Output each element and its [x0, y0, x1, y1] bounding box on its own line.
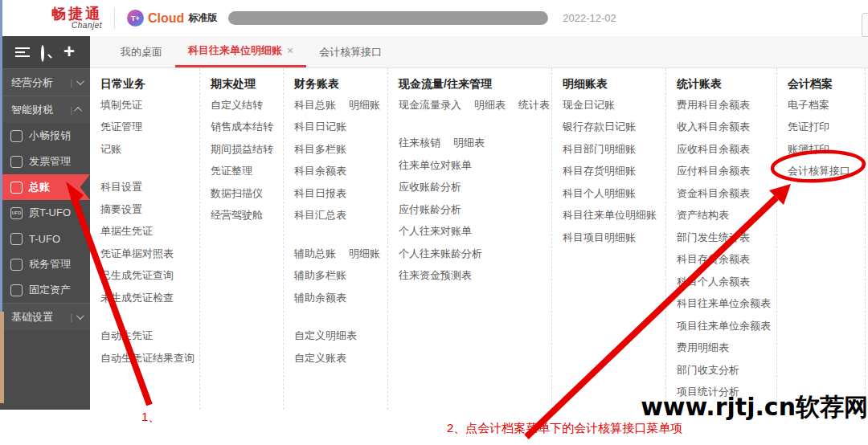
menu-item-现金流量录入[interactable]: 现金流量录入 — [399, 98, 461, 112]
menu-item-科目多栏账[interactable]: 科目多栏账 — [294, 142, 346, 157]
sidebar-item-固定资产[interactable]: 固定资产 — [0, 277, 90, 303]
menu-item-收入科目余额表[interactable]: 收入科目余额表 — [677, 120, 750, 134]
menu-item-往来核销[interactable]: 往来核销 — [399, 136, 440, 150]
menu-item-单据生凭证[interactable]: 单据生凭证 — [100, 224, 153, 239]
menu-item-科目个人余额表[interactable]: 科目个人余额表 — [677, 275, 750, 289]
menu-item-科目项目明细账[interactable]: 科目项目明细账 — [563, 231, 636, 245]
menu-item-电子档案[interactable]: 电子档案 — [788, 98, 829, 112]
menu-item-科目余额表[interactable]: 科目余额表 — [294, 164, 346, 178]
menu-item-科目存货余额表[interactable]: 科目存货余额表 — [677, 252, 750, 267]
menu-item-应收账龄分析[interactable]: 应收账龄分析 — [399, 180, 461, 194]
menu-row: 科目总账明细账 — [294, 94, 387, 116]
sidebar-item-总账[interactable]: 总账 — [0, 174, 90, 200]
menu-row: 期间损益结转 — [211, 138, 283, 161]
menu-item-往来单位对账单[interactable]: 往来单位对账单 — [399, 158, 472, 173]
menu-row: 科目日报表 — [294, 182, 387, 205]
menu-item-科目日记账[interactable]: 科目日记账 — [294, 120, 346, 134]
menu-item-辅助余额表[interactable]: 辅助余额表 — [294, 291, 346, 305]
expense-icon — [10, 130, 23, 142]
menu-item-自定义账表[interactable]: 自定义账表 — [294, 351, 346, 365]
menu-item-应收科目余额表[interactable]: 应收科目余额表 — [677, 142, 750, 157]
menu-item-明细账[interactable]: 明细账 — [349, 98, 380, 112]
menu-item-账簿打印[interactable]: 账簿打印 — [788, 142, 829, 157]
sidebar-item-小畅报销[interactable]: 小畅报销 — [0, 123, 90, 149]
menu-item-记账[interactable]: 记账 — [100, 142, 121, 157]
menu-item-资金科目余额表[interactable]: 资金科目余额表 — [677, 186, 750, 201]
menu-item-科目往来单位余额表[interactable]: 科目往来单位余额表 — [677, 296, 771, 311]
sidebar-item-原T-UFO[interactable]: UFO原T-UFO — [0, 200, 90, 226]
site-watermark: www.rjtj.cn软荐网 — [641, 391, 868, 424]
sidebar-group-经营分析[interactable]: 经营分析| — [0, 68, 90, 96]
divider — [114, 8, 115, 29]
menu-item-已生成凭证查询[interactable]: 已生成凭证查询 — [100, 268, 174, 283]
menu-item-费用明细表[interactable]: 费用明细表 — [677, 341, 729, 355]
menu-item-科目设置[interactable]: 科目设置 — [100, 180, 142, 194]
menu-item-明细表[interactable]: 明细表 — [474, 98, 506, 112]
menu-row: 摘要设置 — [100, 198, 199, 221]
sidebar-item-税务管理[interactable]: 税务管理 — [0, 251, 90, 277]
menu-row: 已生成凭证查询 — [100, 265, 199, 288]
menu-item-经营驾驶舱[interactable]: 经营驾驶舱 — [211, 208, 263, 222]
menu-item-部门收支分析[interactable]: 部门收支分析 — [677, 363, 739, 378]
menu-item-统计表[interactable]: 统计表 — [518, 98, 550, 112]
collapse-menu-icon[interactable] — [15, 47, 30, 57]
menu-item-自动生凭证[interactable]: 自动生凭证 — [100, 329, 153, 343]
menu-row: 应收账龄分析 — [399, 177, 551, 199]
menu-item-科目个人明细账[interactable]: 科目个人明细账 — [563, 186, 636, 201]
menu-item-明细账[interactable]: 明细账 — [349, 247, 380, 261]
menu-item-数据扫描仪[interactable]: 数据扫描仪 — [211, 186, 263, 201]
menu-item-自定义明细表[interactable]: 自定义明细表 — [294, 329, 357, 343]
menu-item-科目存货明细账[interactable]: 科目存货明细账 — [563, 164, 636, 178]
menu-item-明细表[interactable]: 明细表 — [453, 136, 485, 150]
menu-item-辅助多栏账[interactable]: 辅助多栏账 — [294, 268, 346, 283]
menu-item-应付科目余额表[interactable]: 应付科目余额表 — [677, 164, 750, 178]
menu-item-个人往来账龄分析[interactable]: 个人往来账龄分析 — [399, 247, 482, 261]
sidebar-item-label: T-UFO — [29, 233, 60, 245]
add-icon[interactable]: + — [63, 42, 75, 61]
tab-close-icon[interactable]: × — [287, 44, 293, 57]
menu-item-部门发生统计表[interactable]: 部门发生统计表 — [677, 231, 750, 245]
menu-item-项目往来单位余额表[interactable]: 项目往来单位余额表 — [677, 319, 771, 333]
menu-item-填制凭证[interactable]: 填制凭证 — [100, 98, 142, 112]
sidebar-group-基础设置[interactable]: 基础设置| — [0, 303, 90, 330]
menu-item-摘要设置[interactable]: 摘要设置 — [100, 202, 142, 217]
menu-item-未生成凭证检查[interactable]: 未生成凭证检查 — [100, 291, 174, 305]
sidebar-group-智能财税[interactable]: 智能财税| — [0, 96, 90, 123]
menu-row: 数据扫描仪 — [211, 182, 283, 205]
menu-item-个人往来对账单[interactable]: 个人往来对账单 — [399, 224, 472, 239]
current-date: 2022-12-02 — [563, 12, 616, 24]
menu-row: 经营驾驶舱 — [211, 205, 283, 227]
menu-item-现金日记账[interactable]: 现金日记账 — [563, 98, 615, 112]
menu-item-销售成本结转[interactable]: 销售成本结转 — [211, 120, 273, 134]
menu-item-会计核算接口[interactable]: 会计核算接口 — [788, 164, 850, 178]
menu-item-应付账龄分析[interactable]: 应付账龄分析 — [399, 202, 461, 217]
sidebar-item-发票管理[interactable]: 发票管理 — [0, 149, 90, 174]
menu-item-科目部门明细账[interactable]: 科目部门明细账 — [563, 142, 636, 157]
menu-item-银行存款日记账[interactable]: 银行存款日记账 — [563, 120, 636, 134]
menu-item-凭证打印[interactable]: 凭证打印 — [788, 120, 829, 134]
menu-item-科目往来单位明细账[interactable]: 科目往来单位明细账 — [563, 208, 657, 222]
menu-item-自动生凭证结果查询[interactable]: 自动生凭证结果查询 — [100, 351, 194, 365]
search-icon[interactable] — [41, 47, 52, 58]
menu-item-费用科目余额表[interactable]: 费用科目余额表 — [677, 98, 750, 112]
menu-item-辅助总账[interactable]: 辅助总账 — [294, 247, 336, 261]
menu-item-期间损益结转[interactable]: 期间损益结转 — [211, 142, 273, 157]
menu-group: 科目总账明细账科目日记账科目多栏账科目余额表科目日报表科目汇总表 — [294, 94, 387, 227]
menu-item-资产结构表[interactable]: 资产结构表 — [677, 208, 729, 222]
menu-item-自定义结转[interactable]: 自定义结转 — [211, 98, 263, 112]
menu-row: 部门收支分析 — [677, 359, 776, 382]
menu-item-科目总账[interactable]: 科目总账 — [294, 98, 336, 112]
menu-item-凭证单据对照表[interactable]: 凭证单据对照表 — [100, 247, 174, 261]
sidebar-item-T-UFO[interactable]: T-UFO — [0, 226, 90, 251]
menu-column-会计档案: 会计档案电子档案凭证打印账簿打印会计核算接口 — [776, 68, 866, 410]
tab-3[interactable]: 会计核算接口 — [306, 36, 395, 67]
menu-item-凭证整理[interactable]: 凭证整理 — [211, 164, 252, 178]
menu-row: 账簿打印 — [788, 138, 865, 161]
menu-item-凭证管理[interactable]: 凭证管理 — [100, 120, 142, 134]
menu-item-科目日报表[interactable]: 科目日报表 — [294, 186, 346, 201]
tab-2[interactable]: 科目往来单位明细账× — [175, 36, 306, 67]
menu-item-往来资金预测表[interactable]: 往来资金预测表 — [399, 268, 472, 283]
sidebar-item-label: 总账 — [29, 180, 50, 194]
menu-item-科目汇总表[interactable]: 科目汇总表 — [294, 208, 346, 222]
tab-1[interactable]: 我的桌面 — [108, 36, 175, 67]
